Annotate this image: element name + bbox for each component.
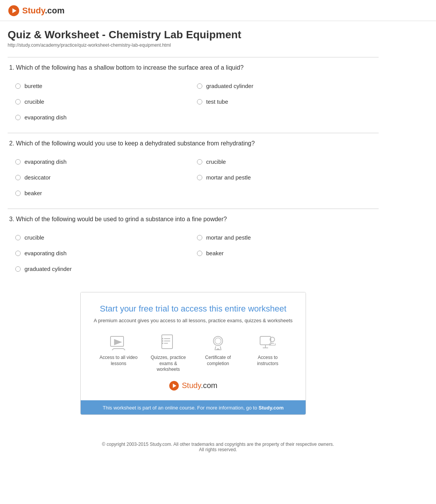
option-label-q2-crucible: crucible [206,158,226,165]
footer-copyright: © copyright 2003-2015 Study.com. All oth… [8,442,428,447]
promo-subtitle: A premium account gives you access to al… [92,318,294,323]
site-header: Study.com [0,0,436,21]
svg-point-11 [162,338,163,339]
option-q1-test-tube[interactable]: test tube [197,94,379,109]
radio-q1-test-tube[interactable] [197,99,202,104]
radio-q1-crucible[interactable] [15,99,21,104]
radio-q1-evaporating-dish[interactable] [15,115,21,120]
quiz-icon [157,333,180,352]
promo-bottom-message: This worksheet is part of an online cour… [102,405,259,411]
option-label-q3-crucible: crucible [24,234,44,241]
option-q3-mortar-pestle[interactable]: mortar and pestle [197,230,379,245]
footer-rights: All rights reserved. [8,447,428,452]
radio-q2-evaporating-dish[interactable] [15,159,21,165]
feature-quiz-label: Quizzes, practice exams & worksheets [149,355,187,373]
option-q1-graduated-cylinder[interactable]: graduated cylinder [197,78,379,94]
radio-q1-graduated-cylinder[interactable] [197,83,202,89]
promo-top: Start your free trial to access this ent… [81,292,306,400]
option-q3-graduated-cylinder[interactable]: graduated cylinder [15,261,379,277]
radio-q2-mortar-pestle[interactable] [197,175,202,180]
certificate-icon [207,333,229,352]
question-1-text: 1. Which of the following has a shallow … [8,64,379,71]
question-1-options: burette graduated cylinder crucible test… [8,78,379,125]
feature-certificate-label: Certificate of completion [199,355,237,367]
option-q2-desiccator[interactable]: desiccator [15,170,197,185]
option-q2-crucible[interactable]: crucible [197,154,379,170]
radio-q2-desiccator[interactable] [15,175,21,180]
logo-icon [8,5,20,17]
question-2-options: evaporating dish crucible desiccator mor… [8,154,379,201]
option-label-q2-beaker: beaker [24,190,42,196]
feature-instructor-label: Access to instructors [249,355,287,367]
option-q1-evaporating-dish[interactable]: evaporating dish [15,109,379,125]
option-q3-crucible[interactable]: crucible [15,230,197,245]
option-label-q2-evaporating-dish: evaporating dish [24,158,67,165]
option-label-q2-mortar-pestle: mortar and pestle [206,174,251,181]
option-q2-beaker[interactable]: beaker [15,185,379,201]
radio-q3-graduated-cylinder[interactable] [15,266,21,272]
question-1: 1. Which of the following has a shallow … [8,57,379,129]
option-label-q1-burette: burette [24,83,42,89]
svg-rect-7 [162,335,172,349]
promo-logo-icon [169,380,179,391]
option-label-q1-crucible: crucible [24,98,44,105]
question-3-text: 3. Which of the following would be used … [8,216,379,223]
promo-bottom-link[interactable]: Study.com [259,405,284,411]
option-q3-beaker[interactable]: beaker [197,245,379,261]
option-q1-burette[interactable]: burette [15,78,197,94]
promo-bottom-bar: This worksheet is part of an online cour… [81,400,306,414]
option-label-q2-desiccator: desiccator [24,174,50,181]
option-label-q3-evaporating-dish: evaporating dish [24,250,67,256]
promo-logo: Study.com [92,380,294,391]
svg-line-17 [220,346,221,350]
radio-q2-crucible[interactable] [197,159,202,165]
question-3: 3. Which of the following would be used … [8,209,379,281]
promo-bottom-text: This worksheet is part of an online cour… [102,405,283,411]
footer: © copyright 2003-2015 Study.com. All oth… [0,434,436,460]
promo-title: Start your free trial to access this ent… [92,304,294,314]
question-3-options: crucible mortar and pestle evaporating d… [8,230,379,277]
option-label-q1-evaporating-dish: evaporating dish [24,114,67,121]
option-label-q1-test-tube: test tube [206,98,228,105]
promo-logo-text: Study.com [182,381,217,390]
option-q2-evaporating-dish[interactable]: evaporating dish [15,154,197,170]
question-2-text: 2. Which of the following would you use … [8,140,379,147]
option-q1-crucible[interactable]: crucible [15,94,197,109]
feature-quiz: Quizzes, practice exams & worksheets [149,333,187,373]
promo-box: Start your free trial to access this ent… [80,292,306,415]
svg-point-15 [215,338,221,344]
feature-certificate: Certificate of completion [199,333,237,373]
svg-marker-18 [215,348,221,350]
main-content: Quiz & Worksheet - Chemistry Lab Equipme… [0,21,386,434]
instructor-icon [256,333,279,352]
question-2: 2. Which of the following would you use … [8,133,379,205]
radio-q1-burette[interactable] [15,83,21,89]
feature-video-label: Access to all video lessons [99,355,138,367]
option-label-q1-graduated-cylinder: graduated cylinder [206,83,253,89]
radio-q2-beaker[interactable] [15,191,21,196]
radio-q3-evaporating-dish[interactable] [15,251,21,256]
option-label-q3-beaker: beaker [206,250,224,256]
option-label-q3-graduated-cylinder: graduated cylinder [24,266,72,272]
promo-features: Access to all video lessons [92,333,294,373]
site-logo[interactable]: Study.com [8,5,65,17]
option-label-q3-mortar-pestle: mortar and pestle [206,234,251,241]
svg-line-16 [215,346,216,350]
svg-point-13 [162,343,163,344]
feature-instructor: Access to instructors [249,333,287,373]
svg-line-6 [124,349,125,350]
svg-rect-19 [260,336,271,345]
svg-line-5 [112,349,114,350]
svg-marker-3 [114,339,121,345]
feature-video: Access to all video lessons [99,333,138,373]
logo-text: Study.com [22,6,65,16]
option-q3-evaporating-dish[interactable]: evaporating dish [15,245,197,261]
page-url: http://study.com/academy/practice/quiz-w… [8,42,379,48]
radio-q3-beaker[interactable] [197,251,202,256]
svg-point-12 [162,340,163,342]
page-title: Quiz & Worksheet - Chemistry Lab Equipme… [8,29,379,41]
video-icon [107,333,130,352]
radio-q3-crucible[interactable] [15,235,21,240]
option-q2-mortar-pestle[interactable]: mortar and pestle [197,170,379,185]
radio-q3-mortar-pestle[interactable] [197,235,202,240]
